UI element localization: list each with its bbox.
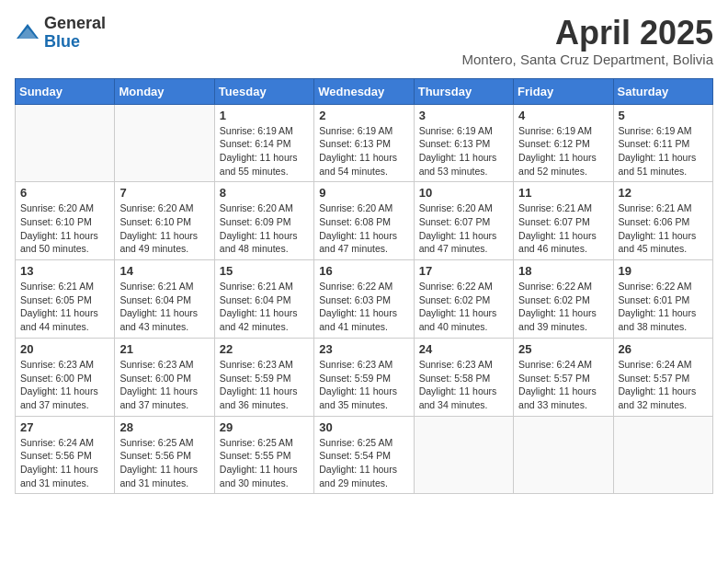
calendar-week-5: 27Sunrise: 6:24 AMSunset: 5:56 PMDayligh… (16, 416, 713, 494)
sunset: Sunset: 6:10 PM (119, 215, 209, 229)
sunset: Sunset: 5:56 PM (119, 449, 209, 463)
sunrise: Sunrise: 6:23 AM (419, 358, 508, 372)
sunrise: Sunrise: 6:23 AM (220, 358, 309, 372)
sunrise: Sunrise: 6:24 AM (619, 358, 708, 372)
sunrise: Sunrise: 6:21 AM (20, 280, 109, 293)
calendar-day: 26Sunrise: 6:24 AMSunset: 5:57 PMDayligh… (613, 338, 712, 416)
day-number: 15 (220, 264, 309, 278)
day-number: 26 (619, 342, 708, 356)
sunset: Sunset: 5:54 PM (319, 449, 408, 463)
daylight: Daylight: 11 hours and 42 minutes. (220, 306, 309, 333)
calendar-day: 12Sunrise: 6:21 AMSunset: 6:06 PMDayligh… (613, 182, 712, 260)
daylight: Daylight: 11 hours and 32 minutes. (619, 385, 708, 411)
sunset: Sunset: 6:09 PM (220, 215, 309, 229)
calendar-day: 5Sunrise: 6:19 AMSunset: 6:11 PMDaylight… (613, 104, 712, 182)
day-info: Sunrise: 6:22 AMSunset: 6:02 PMDaylight:… (518, 280, 608, 334)
sunrise: Sunrise: 6:19 AM (319, 124, 408, 138)
day-number: 13 (20, 264, 109, 278)
sunset: Sunset: 6:03 PM (319, 293, 408, 307)
location: Montero, Santa Cruz Department, Bolivia (462, 52, 713, 67)
sunset: Sunset: 6:11 PM (619, 137, 708, 151)
sunrise: Sunrise: 6:19 AM (619, 124, 708, 138)
daylight: Daylight: 11 hours and 31 minutes. (119, 463, 209, 489)
sunset: Sunset: 5:57 PM (518, 372, 608, 385)
sunset: Sunset: 6:07 PM (419, 215, 508, 229)
day-number: 9 (319, 186, 408, 200)
day-number: 25 (518, 342, 608, 356)
calendar-day: 10Sunrise: 6:20 AMSunset: 6:07 PMDayligh… (414, 182, 513, 260)
sunset: Sunset: 6:13 PM (319, 137, 408, 151)
daylight: Daylight: 11 hours and 38 minutes. (619, 306, 708, 333)
day-number: 4 (518, 109, 608, 122)
day-number: 20 (20, 342, 109, 356)
calendar-table: SundayMondayTuesdayWednesdayThursdayFrid… (15, 78, 713, 495)
sunrise: Sunrise: 6:23 AM (20, 358, 109, 372)
daylight: Daylight: 11 hours and 36 minutes. (220, 385, 309, 411)
calendar-day: 17Sunrise: 6:22 AMSunset: 6:02 PMDayligh… (414, 260, 513, 339)
day-number: 3 (419, 109, 508, 122)
weekday-header-saturday: Saturday (613, 78, 712, 104)
sunrise: Sunrise: 6:19 AM (220, 124, 309, 138)
weekday-header-tuesday: Tuesday (214, 78, 313, 104)
calendar-day: 20Sunrise: 6:23 AMSunset: 6:00 PMDayligh… (16, 338, 115, 416)
day-info: Sunrise: 6:21 AMSunset: 6:05 PMDaylight:… (20, 280, 109, 334)
day-info: Sunrise: 6:19 AMSunset: 6:11 PMDaylight:… (619, 124, 708, 178)
day-info: Sunrise: 6:25 AMSunset: 5:54 PMDaylight:… (319, 436, 408, 490)
weekday-header-friday: Friday (514, 78, 613, 104)
sunset: Sunset: 6:04 PM (220, 293, 309, 307)
day-info: Sunrise: 6:20 AMSunset: 6:09 PMDaylight:… (220, 201, 309, 256)
calendar-week-2: 6Sunrise: 6:20 AMSunset: 6:10 PMDaylight… (16, 182, 713, 260)
day-info: Sunrise: 6:19 AMSunset: 6:12 PMDaylight:… (518, 124, 608, 178)
day-info: Sunrise: 6:19 AMSunset: 6:13 PMDaylight:… (419, 124, 508, 178)
daylight: Daylight: 11 hours and 54 minutes. (319, 151, 408, 178)
day-info: Sunrise: 6:20 AMSunset: 6:10 PMDaylight:… (119, 201, 209, 256)
weekday-header-thursday: Thursday (414, 78, 513, 104)
calendar-day: 25Sunrise: 6:24 AMSunset: 5:57 PMDayligh… (514, 338, 613, 416)
calendar-day: 7Sunrise: 6:20 AMSunset: 6:10 PMDaylight… (115, 182, 214, 260)
sunset: Sunset: 6:10 PM (20, 215, 109, 229)
calendar-day: 1Sunrise: 6:19 AMSunset: 6:14 PMDaylight… (214, 104, 313, 182)
calendar-day (16, 104, 115, 182)
day-number: 1 (220, 109, 309, 122)
logo-blue-text: Blue (44, 33, 106, 52)
calendar-week-3: 13Sunrise: 6:21 AMSunset: 6:05 PMDayligh… (16, 260, 713, 339)
sunrise: Sunrise: 6:22 AM (419, 280, 508, 293)
day-number: 22 (220, 342, 309, 356)
daylight: Daylight: 11 hours and 30 minutes. (220, 463, 309, 489)
day-info: Sunrise: 6:20 AMSunset: 6:08 PMDaylight:… (319, 201, 408, 256)
daylight: Daylight: 11 hours and 45 minutes. (619, 229, 708, 256)
day-info: Sunrise: 6:25 AMSunset: 5:55 PMDaylight:… (220, 436, 309, 490)
day-number: 12 (619, 186, 708, 200)
calendar-day: 16Sunrise: 6:22 AMSunset: 6:03 PMDayligh… (314, 260, 414, 339)
calendar-day: 23Sunrise: 6:23 AMSunset: 5:59 PMDayligh… (314, 338, 414, 416)
daylight: Daylight: 11 hours and 44 minutes. (20, 306, 109, 333)
day-number: 27 (20, 420, 109, 434)
weekday-header-monday: Monday (115, 78, 214, 104)
month-title: April 2025 (462, 15, 713, 52)
day-info: Sunrise: 6:23 AMSunset: 6:00 PMDaylight:… (20, 358, 109, 412)
day-info: Sunrise: 6:19 AMSunset: 6:14 PMDaylight:… (220, 124, 309, 178)
calendar-day: 13Sunrise: 6:21 AMSunset: 6:05 PMDayligh… (16, 260, 115, 339)
logo-icon (15, 20, 40, 46)
weekday-header-sunday: Sunday (16, 78, 115, 104)
calendar-day: 15Sunrise: 6:21 AMSunset: 6:04 PMDayligh… (214, 260, 313, 339)
daylight: Daylight: 11 hours and 53 minutes. (419, 151, 508, 178)
sunset: Sunset: 6:02 PM (419, 293, 508, 307)
sunset: Sunset: 6:06 PM (619, 215, 708, 229)
sunset: Sunset: 5:59 PM (220, 372, 309, 385)
day-number: 8 (220, 186, 309, 200)
calendar-day: 8Sunrise: 6:20 AMSunset: 6:09 PMDaylight… (214, 182, 313, 260)
sunrise: Sunrise: 6:23 AM (119, 358, 209, 372)
day-number: 28 (119, 420, 209, 434)
day-number: 7 (119, 186, 209, 200)
calendar-day: 19Sunrise: 6:22 AMSunset: 6:01 PMDayligh… (613, 260, 712, 339)
sunrise: Sunrise: 6:19 AM (419, 124, 508, 138)
weekday-header-wednesday: Wednesday (314, 78, 414, 104)
sunset: Sunset: 6:00 PM (119, 372, 209, 385)
calendar-day: 9Sunrise: 6:20 AMSunset: 6:08 PMDaylight… (314, 182, 414, 260)
daylight: Daylight: 11 hours and 47 minutes. (319, 229, 408, 256)
calendar-day: 6Sunrise: 6:20 AMSunset: 6:10 PMDaylight… (16, 182, 115, 260)
sunrise: Sunrise: 6:20 AM (419, 201, 508, 215)
logo-text: General Blue (44, 15, 106, 52)
sunrise: Sunrise: 6:25 AM (319, 436, 408, 450)
